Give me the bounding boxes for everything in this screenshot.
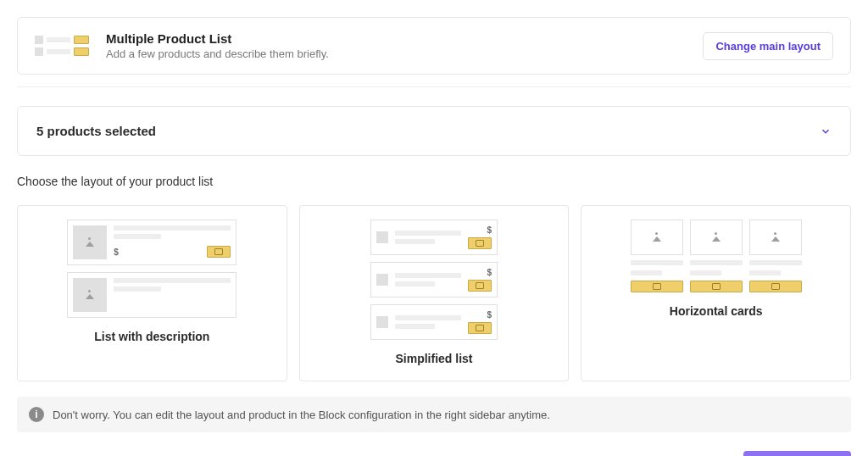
choice-simplified-list[interactable]: $ $ $ Simplified list (299, 205, 570, 381)
chevron-down-icon (820, 125, 832, 137)
products-selected-accordion[interactable]: 5 products selected (17, 106, 851, 156)
choice-list-with-description[interactable]: $ List with description (17, 205, 287, 381)
footer: Add products (17, 451, 851, 456)
layout-thumbnail (35, 36, 89, 56)
image-icon (73, 225, 107, 259)
cart-button-icon (468, 322, 492, 334)
layout-header-left: Multiple Product List Add a few products… (35, 31, 329, 60)
products-selected-label: 5 products selected (36, 124, 156, 138)
image-icon (631, 220, 683, 255)
image-icon (376, 274, 388, 286)
choose-layout-label: Choose the layout of your product list (17, 175, 851, 188)
preview-simplified-list: $ $ $ (370, 220, 498, 340)
choice-label: Simplified list (396, 352, 473, 365)
cart-button-icon (207, 246, 231, 258)
cart-button-icon (749, 281, 802, 292)
price-icon: $ (487, 225, 492, 235)
info-note-text: Don't worry. You can edit the layout and… (53, 409, 550, 421)
image-icon (376, 231, 388, 243)
choice-horizontal-cards[interactable]: Horizontal cards (581, 205, 851, 381)
choice-label: List with description (94, 330, 209, 343)
info-note: i Don't worry. You can edit the layout a… (17, 397, 851, 432)
image-icon (749, 220, 802, 255)
cart-button-icon (631, 281, 683, 292)
info-icon: i (29, 407, 44, 422)
change-main-layout-label: Change main layout (715, 40, 821, 53)
layout-choices: $ List with description $ (17, 205, 851, 381)
image-icon (73, 278, 107, 312)
divider (17, 86, 851, 87)
change-main-layout-button[interactable]: Change main layout (703, 32, 833, 60)
price-icon: $ (114, 247, 119, 257)
layout-header-text: Multiple Product List Add a few products… (106, 31, 329, 60)
cart-button-icon (468, 280, 492, 292)
preview-list-with-description: $ (67, 220, 236, 318)
cart-button-icon (468, 237, 492, 249)
layout-header-card: Multiple Product List Add a few products… (17, 17, 851, 75)
choice-label: Horizontal cards (670, 304, 763, 318)
image-icon (690, 220, 743, 255)
image-icon (376, 316, 388, 328)
cart-button-icon (690, 281, 743, 292)
add-products-button[interactable]: Add products (743, 451, 851, 456)
price-icon: $ (487, 268, 492, 277)
preview-horizontal-cards (627, 220, 805, 292)
layout-title: Multiple Product List (106, 31, 329, 46)
layout-subtitle: Add a few products and describe them bri… (106, 47, 329, 60)
price-icon: $ (487, 310, 492, 320)
